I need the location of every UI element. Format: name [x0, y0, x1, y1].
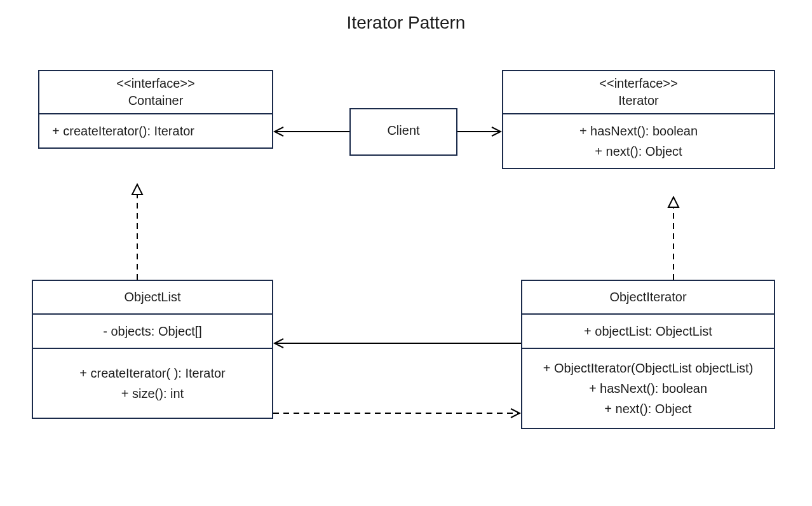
stereotype-label: <<interface>> — [512, 75, 765, 92]
method: + next(): Object — [512, 141, 765, 161]
class-name: Container — [48, 92, 263, 109]
method: + ObjectIterator(ObjectList objectList) — [531, 358, 765, 378]
class-name: Client — [351, 109, 456, 138]
class-header-objectiterator: ObjectIterator — [522, 281, 774, 315]
attributes-compartment: - objects: Object[] — [33, 315, 272, 349]
class-header-objectlist: ObjectList — [33, 281, 272, 315]
class-box-client: Client — [349, 108, 457, 156]
method: + hasNext(): boolean — [512, 121, 765, 141]
attribute: - objects: Object[] — [42, 321, 263, 341]
method: + createIterator(): Iterator — [52, 121, 263, 141]
class-name: ObjectIterator — [530, 289, 766, 306]
methods-compartment: + createIterator( ): Iterator + size(): … — [33, 349, 272, 418]
class-box-container: <<interface>> Container + createIterator… — [38, 70, 273, 149]
class-box-iterator: <<interface>> Iterator + hasNext(): bool… — [502, 70, 775, 169]
attributes-compartment: + objectList: ObjectList — [522, 315, 774, 349]
class-name: Iterator — [512, 92, 765, 109]
diagram-canvas: Iterator Pattern <<interface>> Container… — [0, 0, 812, 506]
stereotype-label: <<interface>> — [48, 75, 263, 92]
methods-compartment: + createIterator(): Iterator — [39, 114, 272, 147]
methods-compartment: + ObjectIterator(ObjectList objectList) … — [522, 349, 774, 428]
class-box-objectlist: ObjectList - objects: Object[] + createI… — [32, 280, 273, 419]
method: + createIterator( ): Iterator — [42, 363, 263, 383]
class-header-iterator: <<interface>> Iterator — [503, 71, 774, 114]
attribute: + objectList: ObjectList — [531, 321, 765, 341]
class-name: ObjectList — [41, 289, 264, 306]
method: + size(): int — [42, 383, 263, 404]
diagram-title: Iterator Pattern — [0, 13, 812, 33]
class-header-container: <<interface>> Container — [39, 71, 272, 114]
method: + next(): Object — [531, 399, 765, 419]
method: + hasNext(): boolean — [531, 378, 765, 399]
methods-compartment: + hasNext(): boolean + next(): Object — [503, 114, 774, 168]
class-box-objectiterator: ObjectIterator + objectList: ObjectList … — [521, 280, 775, 429]
